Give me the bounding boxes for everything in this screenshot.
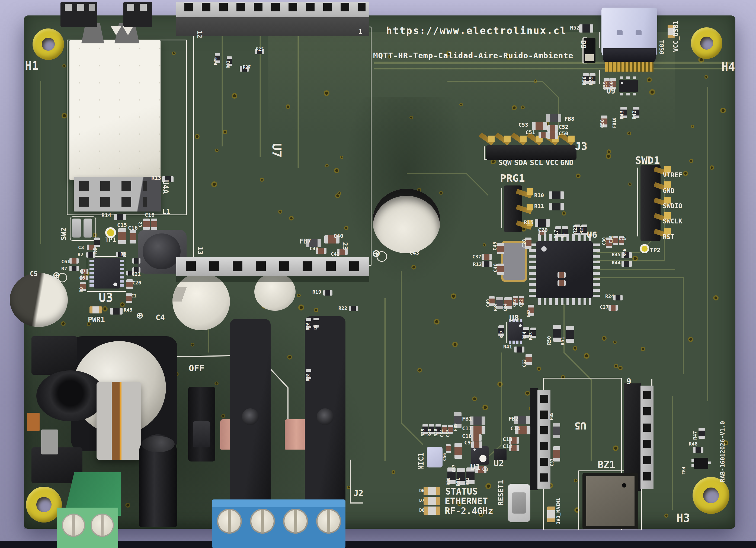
module-outline-u7	[193, 27, 371, 266]
heatsink-box-a	[31, 336, 77, 375]
green-terminal-block	[53, 472, 121, 548]
c5-capacitor	[10, 273, 68, 327]
board-subtitle-text: MQTT-HR-Temp-Calidad-Aire-Ruido-Ambiente	[373, 51, 573, 60]
board-url-text: https://www.electrolinux.cl	[386, 25, 567, 36]
bz1-buzzer	[582, 473, 638, 529]
silk-arrow-a	[111, 26, 121, 35]
gold-pad	[527, 188, 533, 195]
gold-pad	[504, 136, 511, 142]
gray-part	[41, 430, 58, 454]
u7-bottom-pin-header	[176, 257, 369, 282]
toroid-inductor	[36, 370, 105, 421]
power-switch	[188, 387, 215, 462]
silk-arrow-b	[123, 26, 133, 35]
u7-top-pin-header	[176, 2, 369, 36]
top-left-connector-b	[123, 2, 152, 27]
gold-pad	[664, 212, 671, 219]
sw2-dip-switch	[72, 219, 93, 238]
swd1-header	[640, 165, 675, 241]
gold-pad	[527, 220, 533, 226]
gold-pad	[527, 204, 533, 210]
relay-b	[305, 316, 345, 512]
mounting-hole-h1	[33, 28, 64, 60]
u2-sensor-chip	[494, 449, 507, 460]
gold-pad	[664, 197, 671, 203]
tr4-transistor	[694, 458, 708, 469]
u4a-socket	[74, 177, 161, 211]
prg1-header	[504, 185, 536, 232]
orange-part	[27, 413, 40, 431]
j3-header	[486, 136, 576, 160]
j2-terminal-block	[212, 499, 345, 548]
gold-pad	[520, 136, 527, 142]
u8-chip	[508, 319, 523, 344]
reset-button	[508, 484, 530, 522]
antenna-module	[69, 40, 161, 180]
test-point-tp2	[640, 244, 649, 253]
gold-pad	[664, 181, 671, 188]
u5-header-left	[530, 388, 551, 490]
black-cylinder-capacitor	[139, 434, 177, 527]
3d-viewer-viewport[interactable]: https://www.electrolinux.cl MQTT-HR-Temp…	[0, 0, 756, 548]
d9-diode	[584, 38, 595, 63]
u6-mcu-qfp	[528, 234, 600, 306]
u3-chip	[89, 258, 124, 289]
test-point-tp1	[105, 227, 116, 238]
top-left-connector-a	[60, 2, 97, 27]
mic1-microphone	[427, 447, 443, 467]
mounting-hole-h3	[693, 477, 729, 514]
fuse-holder	[97, 382, 141, 460]
crystal-y1	[501, 241, 527, 282]
gold-pad	[568, 136, 575, 142]
usb-c-connector	[601, 8, 657, 73]
mounting-hole-h4	[691, 27, 722, 59]
gold-pad	[552, 136, 559, 142]
u9-chip	[619, 80, 638, 92]
gold-pad	[664, 166, 671, 172]
gold-pad	[664, 228, 671, 235]
u1-sensor-chip	[471, 446, 489, 465]
gold-pad	[536, 136, 543, 142]
relay-a	[230, 319, 271, 512]
c43-capacitor	[373, 189, 440, 253]
gold-pad	[488, 136, 495, 142]
